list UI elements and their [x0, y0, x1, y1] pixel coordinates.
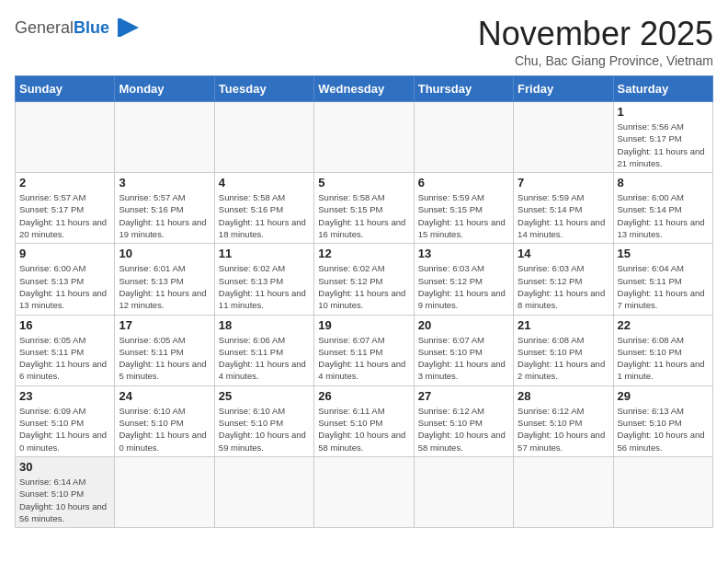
calendar-cell: 18Sunrise: 6:06 AM Sunset: 5:11 PM Dayli… — [214, 315, 313, 385]
calendar-cell: 13Sunrise: 6:03 AM Sunset: 5:12 PM Dayli… — [414, 244, 513, 315]
logo-icon — [113, 15, 142, 40]
day-number: 1 — [618, 105, 709, 119]
day-number: 2 — [19, 176, 110, 190]
weekday-header: Monday — [115, 76, 214, 102]
day-number: 15 — [618, 247, 709, 260]
calendar: SundayMondayTuesdayWednesdayThursdayFrid… — [15, 75, 713, 528]
day-number: 6 — [418, 176, 509, 190]
day-info: Sunrise: 6:13 AM Sunset: 5:10 PM Dayligh… — [618, 405, 709, 454]
day-number: 17 — [119, 318, 210, 332]
day-number: 19 — [318, 318, 409, 332]
day-info: Sunrise: 6:07 AM Sunset: 5:11 PM Dayligh… — [318, 334, 409, 383]
calendar-cell: 28Sunrise: 6:12 AM Sunset: 5:10 PM Dayli… — [514, 385, 613, 456]
day-info: Sunrise: 6:08 AM Sunset: 5:10 PM Dayligh… — [618, 334, 709, 383]
day-number: 26 — [318, 389, 409, 403]
calendar-cell: 2Sunrise: 5:57 AM Sunset: 5:17 PM Daylig… — [16, 173, 115, 244]
day-number: 12 — [318, 247, 409, 260]
calendar-cell — [514, 102, 613, 173]
day-info: Sunrise: 6:10 AM Sunset: 5:10 PM Dayligh… — [119, 405, 210, 454]
calendar-cell: 24Sunrise: 6:10 AM Sunset: 5:10 PM Dayli… — [115, 385, 214, 456]
calendar-cell: 1Sunrise: 5:56 AM Sunset: 5:17 PM Daylig… — [613, 102, 712, 173]
calendar-week-row: 30Sunrise: 6:14 AM Sunset: 5:10 PM Dayli… — [16, 456, 713, 527]
calendar-cell: 16Sunrise: 6:05 AM Sunset: 5:11 PM Dayli… — [16, 315, 115, 385]
calendar-cell: 10Sunrise: 6:01 AM Sunset: 5:13 PM Dayli… — [115, 244, 214, 315]
weekday-header: Saturday — [613, 76, 712, 102]
day-info: Sunrise: 6:11 AM Sunset: 5:10 PM Dayligh… — [318, 405, 409, 454]
calendar-cell: 17Sunrise: 6:05 AM Sunset: 5:11 PM Dayli… — [115, 315, 214, 385]
svg-rect-1 — [118, 18, 121, 37]
calendar-cell: 3Sunrise: 5:57 AM Sunset: 5:16 PM Daylig… — [115, 173, 214, 244]
calendar-cell — [314, 456, 414, 527]
subtitle: Chu, Bac Giang Province, Vietnam — [478, 53, 713, 68]
day-number: 3 — [119, 176, 210, 190]
day-number: 14 — [518, 247, 609, 260]
day-info: Sunrise: 5:59 AM Sunset: 5:15 PM Dayligh… — [418, 191, 509, 240]
day-number: 4 — [219, 176, 310, 190]
day-info: Sunrise: 5:58 AM Sunset: 5:15 PM Dayligh… — [318, 191, 409, 240]
day-number: 24 — [119, 389, 210, 403]
day-info: Sunrise: 6:12 AM Sunset: 5:10 PM Dayligh… — [418, 405, 509, 454]
day-info: Sunrise: 6:03 AM Sunset: 5:12 PM Dayligh… — [518, 262, 609, 311]
calendar-cell: 26Sunrise: 6:11 AM Sunset: 5:10 PM Dayli… — [314, 385, 414, 456]
day-info: Sunrise: 5:59 AM Sunset: 5:14 PM Dayligh… — [518, 191, 609, 240]
day-info: Sunrise: 6:12 AM Sunset: 5:10 PM Dayligh… — [518, 405, 609, 454]
day-info: Sunrise: 6:04 AM Sunset: 5:11 PM Dayligh… — [618, 262, 709, 311]
calendar-cell: 21Sunrise: 6:08 AM Sunset: 5:10 PM Dayli… — [514, 315, 613, 385]
day-info: Sunrise: 6:05 AM Sunset: 5:11 PM Dayligh… — [119, 334, 210, 383]
day-info: Sunrise: 6:07 AM Sunset: 5:10 PM Dayligh… — [418, 334, 509, 383]
calendar-cell — [613, 456, 712, 527]
day-info: Sunrise: 6:08 AM Sunset: 5:10 PM Dayligh… — [518, 334, 609, 383]
logo: GeneralBlue — [15, 15, 142, 40]
calendar-cell: 7Sunrise: 5:59 AM Sunset: 5:14 PM Daylig… — [514, 173, 613, 244]
day-number: 20 — [418, 318, 509, 332]
day-number: 8 — [618, 176, 709, 190]
calendar-cell — [115, 102, 214, 173]
day-number: 10 — [119, 247, 210, 260]
calendar-week-row: 2Sunrise: 5:57 AM Sunset: 5:17 PM Daylig… — [16, 173, 713, 244]
calendar-cell: 15Sunrise: 6:04 AM Sunset: 5:11 PM Dayli… — [613, 244, 712, 315]
calendar-cell: 25Sunrise: 6:10 AM Sunset: 5:10 PM Dayli… — [214, 385, 313, 456]
weekday-header: Sunday — [16, 76, 115, 102]
day-number: 28 — [518, 389, 609, 403]
calendar-cell: 12Sunrise: 6:02 AM Sunset: 5:12 PM Dayli… — [314, 244, 414, 315]
calendar-cell: 8Sunrise: 6:00 AM Sunset: 5:14 PM Daylig… — [613, 173, 712, 244]
day-number: 16 — [19, 318, 110, 332]
calendar-cell: 19Sunrise: 6:07 AM Sunset: 5:11 PM Dayli… — [314, 315, 414, 385]
calendar-cell: 5Sunrise: 5:58 AM Sunset: 5:15 PM Daylig… — [314, 173, 414, 244]
day-info: Sunrise: 6:00 AM Sunset: 5:14 PM Dayligh… — [618, 191, 709, 240]
calendar-week-row: 16Sunrise: 6:05 AM Sunset: 5:11 PM Dayli… — [16, 315, 713, 385]
day-info: Sunrise: 6:06 AM Sunset: 5:11 PM Dayligh… — [219, 334, 310, 383]
day-info: Sunrise: 6:02 AM Sunset: 5:13 PM Dayligh… — [219, 262, 310, 311]
logo-general-text: GeneralBlue — [15, 18, 109, 38]
day-number: 21 — [518, 318, 609, 332]
day-number: 11 — [219, 247, 310, 260]
calendar-cell — [514, 456, 613, 527]
calendar-cell: 4Sunrise: 5:58 AM Sunset: 5:16 PM Daylig… — [214, 173, 313, 244]
day-info: Sunrise: 6:01 AM Sunset: 5:13 PM Dayligh… — [119, 262, 210, 311]
calendar-cell: 14Sunrise: 6:03 AM Sunset: 5:12 PM Dayli… — [514, 244, 613, 315]
calendar-cell — [115, 456, 214, 527]
day-info: Sunrise: 6:09 AM Sunset: 5:10 PM Dayligh… — [19, 405, 110, 454]
calendar-cell: 23Sunrise: 6:09 AM Sunset: 5:10 PM Dayli… — [16, 385, 115, 456]
title-area: November 2025 Chu, Bac Giang Province, V… — [478, 15, 713, 68]
weekday-header: Wednesday — [314, 76, 414, 102]
calendar-cell: 20Sunrise: 6:07 AM Sunset: 5:10 PM Dayli… — [414, 315, 513, 385]
calendar-cell — [16, 102, 115, 173]
calendar-cell — [414, 456, 513, 527]
calendar-week-row: 1Sunrise: 5:56 AM Sunset: 5:17 PM Daylig… — [16, 102, 713, 173]
calendar-cell — [314, 102, 414, 173]
day-number: 22 — [618, 318, 709, 332]
day-info: Sunrise: 6:14 AM Sunset: 5:10 PM Dayligh… — [19, 476, 110, 524]
day-number: 18 — [219, 318, 310, 332]
calendar-week-row: 9Sunrise: 6:00 AM Sunset: 5:13 PM Daylig… — [16, 244, 713, 315]
day-info: Sunrise: 6:02 AM Sunset: 5:12 PM Dayligh… — [318, 262, 409, 311]
calendar-cell: 30Sunrise: 6:14 AM Sunset: 5:10 PM Dayli… — [16, 456, 115, 527]
logo-general-label: General — [15, 18, 74, 37]
day-info: Sunrise: 6:03 AM Sunset: 5:12 PM Dayligh… — [418, 262, 509, 311]
day-info: Sunrise: 5:56 AM Sunset: 5:17 PM Dayligh… — [618, 121, 709, 169]
weekday-header-row: SundayMondayTuesdayWednesdayThursdayFrid… — [16, 76, 713, 102]
day-number: 25 — [219, 389, 310, 403]
month-title: November 2025 — [478, 15, 713, 53]
day-number: 13 — [418, 247, 509, 260]
day-number: 27 — [418, 389, 509, 403]
